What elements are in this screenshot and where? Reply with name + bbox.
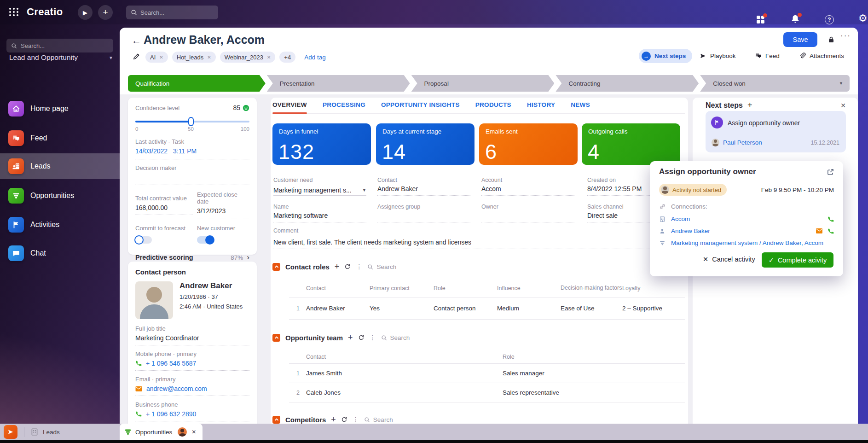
assignees-group-value[interactable] [377, 212, 470, 222]
section-search[interactable]: Search [364, 416, 393, 423]
collapse-icon[interactable] [272, 263, 280, 271]
contact-link[interactable]: Andrew Baker [377, 185, 470, 196]
contact-link[interactable]: Andrew Baker [306, 305, 370, 312]
sidebar-item-chat[interactable]: Chat [0, 241, 120, 265]
tag-chip[interactable]: Webinar_2023✕ [220, 52, 276, 63]
workspace-selector[interactable]: Lead and Opportunity ▼ [9, 53, 113, 62]
owner-value[interactable] [481, 212, 574, 222]
stage-contracting[interactable]: Contracting [556, 75, 699, 92]
add-step-icon[interactable]: + [747, 100, 752, 110]
stage-proposal[interactable]: Proposal [411, 75, 555, 92]
add-button[interactable]: + [98, 5, 113, 20]
open-external-icon[interactable] [827, 169, 834, 175]
predictive-scoring-row[interactable]: Predictive scoring 87% › [135, 253, 249, 262]
global-search-input[interactable] [140, 9, 221, 16]
job-title-value[interactable]: Marketing Coordinator [135, 334, 249, 345]
mobile-phone-link[interactable]: + 1 096 546 5687 [146, 360, 196, 367]
playbook-button[interactable]: Playbook [700, 52, 736, 59]
help-icon[interactable]: ? [825, 15, 834, 24]
more-actions-icon[interactable]: ··· [840, 31, 851, 41]
phone-icon[interactable] [827, 216, 834, 222]
play-button[interactable]: ▶ [78, 5, 93, 20]
add-icon[interactable]: + [331, 415, 336, 424]
remove-tag-icon[interactable]: ✕ [159, 55, 163, 60]
status-badge[interactable]: Activity not started [659, 184, 727, 196]
save-button[interactable]: Save [783, 32, 817, 47]
lock-icon[interactable] [827, 36, 835, 43]
tag-chip[interactable]: AI✕ [145, 52, 168, 63]
more-tags-chip[interactable]: +4 [279, 52, 295, 63]
remove-tag-icon[interactable]: ✕ [207, 55, 211, 60]
tab-overview[interactable]: OVERVIEW [272, 101, 307, 109]
global-search[interactable] [126, 6, 218, 19]
name-value[interactable]: Marketing software [273, 212, 366, 222]
add-icon[interactable]: + [335, 262, 340, 271]
account-link[interactable]: Accom [481, 185, 574, 196]
sidebar-item-opportunities[interactable]: Opportunities [0, 184, 120, 208]
sidebar-item-home[interactable]: Home page [0, 97, 120, 121]
business-phone-link[interactable]: + 1 096 632 2890 [146, 410, 196, 418]
slider-handle[interactable] [188, 117, 194, 126]
total-value[interactable]: 168,000.00 [135, 204, 193, 215]
marketplace-apps-icon[interactable] [756, 15, 765, 24]
last-activity-time-link[interactable]: 3:11 PM [173, 147, 197, 155]
sidebar-search-input[interactable] [21, 42, 109, 49]
cancel-activity-button[interactable]: ✕ Cancel activity [703, 256, 755, 263]
remove-tag-icon[interactable]: ✕ [267, 55, 271, 60]
collapse-icon[interactable] [272, 416, 280, 424]
kebab-menu-icon[interactable]: ⋮ [353, 416, 359, 423]
tab-news[interactable]: NEWS [571, 101, 590, 109]
taskbar-tab-leads[interactable]: Leads [30, 424, 60, 440]
kebab-menu-icon[interactable]: ⋮ [356, 263, 362, 270]
opportunity-connection-link[interactable]: Marketing management system / Andrew Bak… [671, 239, 823, 246]
phone-icon[interactable] [827, 228, 834, 234]
envelope-icon[interactable] [816, 228, 823, 234]
sidebar-search[interactable] [6, 39, 113, 52]
feed-button[interactable]: Feed [755, 52, 780, 59]
decision-maker-field[interactable] [135, 171, 249, 185]
back-arrow-icon[interactable]: ← [132, 35, 141, 46]
account-connection-link[interactable]: Accom [671, 216, 690, 222]
next-steps-toggle[interactable]: → Next steps [639, 49, 692, 63]
next-step-card[interactable]: Assign opportunity owner Paul Peterson 1… [706, 111, 846, 152]
collapse-icon[interactable] [272, 334, 280, 342]
refresh-icon[interactable] [358, 334, 365, 341]
stage-presentation[interactable]: Presentation [267, 75, 410, 92]
contact-link[interactable]: Caleb Jones [306, 389, 503, 396]
taskbar-tab-opportunities[interactable]: Opportunities ✕ [120, 424, 203, 440]
tab-opportunity-insights[interactable]: OPPORTUNITY INSIGHTS [381, 101, 460, 109]
close-date[interactable]: 3/12/2023 [197, 207, 249, 218]
confidence-slider[interactable] [135, 117, 249, 126]
add-tag-link[interactable]: Add tag [304, 54, 326, 61]
refresh-icon[interactable] [341, 416, 347, 423]
section-search[interactable]: Search [381, 334, 410, 341]
tag-chip[interactable]: Hot_leads✕ [172, 52, 216, 63]
notifications-icon[interactable] [791, 14, 800, 24]
complete-activity-button[interactable]: ✓ Complete acivity [762, 252, 833, 268]
creatio-taskbar-icon[interactable] [4, 425, 17, 439]
customer-need-select[interactable]: Marketing management s... ▼ [273, 185, 366, 196]
tab-products[interactable]: PRODUCTS [475, 101, 511, 109]
step-owner-link[interactable]: Paul Peterson [723, 139, 762, 146]
close-icon[interactable]: ✕ [840, 102, 846, 109]
tab-history[interactable]: HISTORY [527, 101, 555, 109]
contact-photo[interactable] [135, 281, 173, 319]
table-row[interactable]: 2 Caleb Jones Sales representative [289, 383, 685, 402]
email-link[interactable]: andrew@accom.com [146, 385, 207, 392]
add-icon[interactable]: + [348, 333, 353, 342]
tag-pencil-icon[interactable] [133, 52, 140, 60]
section-search[interactable]: Search [367, 263, 396, 270]
table-row[interactable]: 1 James Smith Sales manager [289, 364, 685, 383]
sidebar-item-leads[interactable]: Leads [0, 153, 120, 179]
table-row[interactable]: 1 Andrew Baker Yes Contact person Medium… [289, 297, 685, 320]
tab-processing[interactable]: PROCESSING [323, 101, 365, 109]
stage-closed-won[interactable]: Closed won ▼ [700, 75, 850, 92]
refresh-icon[interactable] [344, 263, 351, 270]
contact-link[interactable]: James Smith [306, 370, 503, 377]
app-launcher-icon[interactable] [9, 8, 19, 16]
settings-gear-icon[interactable]: ⚙ [858, 12, 868, 24]
close-icon[interactable]: ✕ [191, 429, 196, 435]
comment-value[interactable]: New client, first sale. The client needs… [273, 239, 683, 249]
last-activity-date-link[interactable]: 14/03/2022 [135, 147, 168, 155]
attachments-button[interactable]: Attachments [799, 52, 844, 59]
